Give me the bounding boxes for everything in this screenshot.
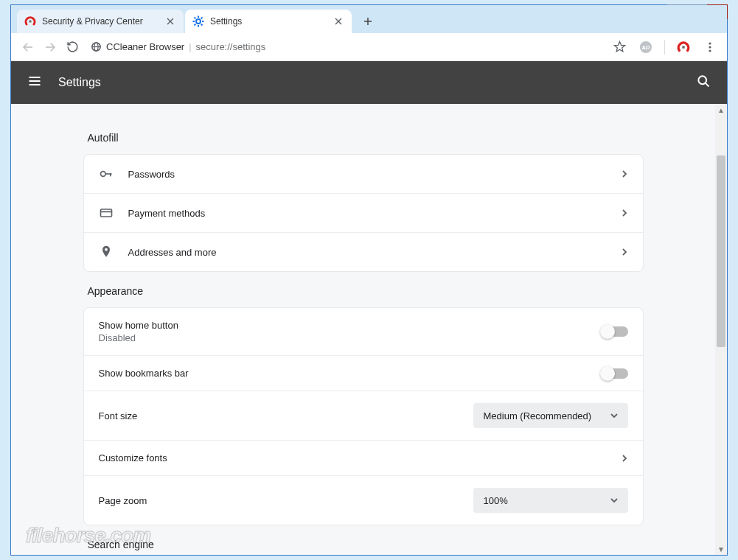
row-sub: Disabled <box>99 332 602 343</box>
scroll-thumb[interactable] <box>717 155 725 347</box>
svg-rect-29 <box>682 46 684 48</box>
scroll-up-icon[interactable]: ▲ <box>715 104 727 116</box>
section-title-autofill: Autofill <box>88 132 644 144</box>
back-button[interactable] <box>17 36 39 58</box>
chevron-right-icon <box>621 209 628 217</box>
svg-line-12 <box>195 18 196 19</box>
svg-marker-26 <box>614 41 624 51</box>
svg-point-7 <box>196 19 201 24</box>
svg-rect-4 <box>29 21 32 23</box>
row-page-zoom[interactable]: Page zoom 100% <box>84 475 643 525</box>
toolbar-right: AD <box>608 36 721 58</box>
row-label: Payment methods <box>128 208 621 219</box>
tab-title: Settings <box>210 16 333 27</box>
reload-button[interactable] <box>61 36 83 58</box>
scroll-down-icon[interactable]: ▼ <box>715 543 727 555</box>
svg-point-30 <box>709 42 711 44</box>
dropdown-value: Medium (Recommended) <box>484 410 592 421</box>
bookmark-star-icon[interactable] <box>608 36 630 58</box>
chevron-down-icon <box>610 410 618 421</box>
row-bookmarks-bar[interactable]: Show bookmarks bar <box>84 355 643 391</box>
row-addresses[interactable]: Addresses and more <box>84 232 643 271</box>
settings-page: Autofill Passwords Payment methods <box>83 104 644 555</box>
svg-rect-41 <box>100 209 111 217</box>
svg-point-36 <box>698 76 706 84</box>
hamburger-menu-icon[interactable] <box>27 74 42 91</box>
key-icon <box>99 167 128 181</box>
row-label: Customize fonts <box>99 452 621 463</box>
svg-line-14 <box>195 24 196 26</box>
svg-point-32 <box>709 49 711 52</box>
row-label: Passwords <box>128 169 621 180</box>
svg-line-15 <box>201 18 203 19</box>
tab-settings[interactable]: Settings <box>185 10 352 33</box>
address-bar[interactable]: CCleaner Browser | secure://settings <box>83 37 608 57</box>
svg-point-31 <box>709 46 711 48</box>
section-title-search-engine: Search engine <box>88 539 644 550</box>
dropdown-value: 100% <box>484 495 508 506</box>
menu-button[interactable] <box>699 36 721 58</box>
svg-point-38 <box>100 172 105 177</box>
content-area: Settings Autofill Passwords Payment m <box>11 61 727 555</box>
section-title-appearance: Appearance <box>88 285 644 297</box>
row-label: Show home button Disabled <box>99 320 602 343</box>
row-label: Page zoom <box>99 495 473 506</box>
row-payment-methods[interactable]: Payment methods <box>84 193 643 232</box>
autofill-card: Passwords Payment methods Addresses and … <box>83 154 644 272</box>
chevron-right-icon <box>621 248 628 256</box>
row-label: Show bookmarks bar <box>99 368 602 379</box>
settings-search-icon[interactable] <box>696 74 711 91</box>
url-divider: | <box>189 41 191 52</box>
gear-icon <box>192 15 204 27</box>
row-home-button[interactable]: Show home button Disabled <box>84 308 643 355</box>
svg-rect-40 <box>110 173 111 176</box>
svg-line-13 <box>201 24 203 26</box>
ccleaner-extension-icon[interactable] <box>672 36 695 58</box>
row-customize-fonts[interactable]: Customize fonts <box>84 440 643 475</box>
chevron-down-icon <box>610 495 618 506</box>
settings-header: Settings <box>11 61 727 104</box>
settings-title: Settings <box>58 76 101 89</box>
appearance-card: Show home button Disabled Show bookmarks… <box>83 307 644 525</box>
chevron-right-icon <box>621 170 628 178</box>
tab-close-icon[interactable] <box>164 15 176 27</box>
vertical-scrollbar[interactable]: ▲ ▼ <box>715 104 727 555</box>
svg-line-37 <box>706 83 709 87</box>
ccleaner-favicon-icon <box>24 15 36 27</box>
svg-point-43 <box>105 248 108 251</box>
tab-strip: Security & Privacy Center Settings <box>11 5 727 33</box>
tab-security-center[interactable]: Security & Privacy Center <box>17 10 184 33</box>
tab-title: Security & Privacy Center <box>42 16 164 27</box>
chevron-right-icon <box>621 455 628 462</box>
pin-icon <box>99 245 128 259</box>
row-font-size[interactable]: Font size Medium (Recommended) <box>84 391 643 440</box>
row-label: Font size <box>99 410 473 421</box>
settings-scroll: Autofill Passwords Payment methods <box>11 104 715 555</box>
toggle-bookmarks[interactable] <box>602 368 628 379</box>
row-passwords[interactable]: Passwords <box>84 155 643 193</box>
font-size-dropdown[interactable]: Medium (Recommended) <box>473 403 628 428</box>
card-icon <box>99 206 128 220</box>
row-label-text: Show home button <box>99 320 178 331</box>
svg-text:AD: AD <box>641 44 650 51</box>
toolbar: CCleaner Browser | secure://settings AD <box>11 33 727 61</box>
site-info-icon[interactable] <box>91 41 102 52</box>
toggle-home[interactable] <box>602 326 628 337</box>
new-tab-button[interactable] <box>358 11 378 32</box>
url-path: secure://settings <box>196 41 266 52</box>
adblock-icon[interactable]: AD <box>635 36 657 58</box>
browser-window: Security & Privacy Center Settings CClea… <box>10 4 728 556</box>
forward-button[interactable] <box>39 36 61 58</box>
zoom-dropdown[interactable]: 100% <box>473 488 628 513</box>
tab-close-icon[interactable] <box>333 15 344 27</box>
url-origin: CCleaner Browser <box>106 41 184 52</box>
toolbar-separator <box>664 40 665 55</box>
row-label: Addresses and more <box>128 247 621 258</box>
